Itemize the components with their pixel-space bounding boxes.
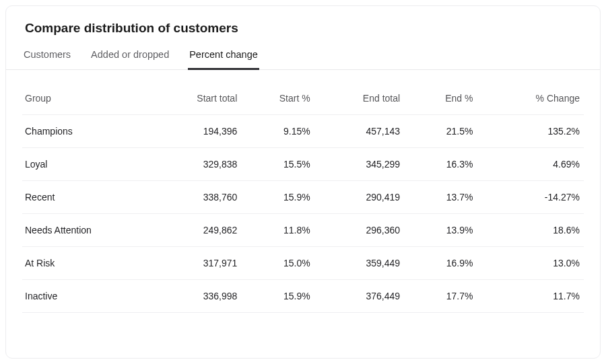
table-row: Champions194,3969.15%457,14321.5%135.2% — [22, 115, 584, 148]
table-row: Recent338,76015.9%290,41913.7%-14.27% — [22, 181, 584, 214]
distribution-card: Compare distribution of customers Custom… — [5, 5, 601, 359]
cell-start_pct: 15.9% — [241, 181, 314, 214]
col-change: % Change — [477, 82, 584, 115]
cell-end_total: 457,143 — [314, 115, 404, 148]
cell-start_pct: 9.15% — [241, 115, 314, 148]
col-start-total: Start total — [152, 82, 241, 115]
table-row: Loyal329,83815.5%345,29916.3%4.69% — [22, 148, 584, 181]
table-row: Inactive336,99815.9%376,44917.7%11.7% — [22, 280, 584, 313]
cell-end_total: 345,299 — [314, 148, 404, 181]
tab-percent-change[interactable]: Percent change — [188, 45, 259, 70]
cell-group: At Risk — [22, 247, 152, 280]
col-end-pct: End % — [404, 82, 477, 115]
cell-end_pct: 17.7% — [404, 280, 477, 313]
cell-start_total: 338,760 — [152, 181, 241, 214]
tabs: Customers Added or dropped Percent chang… — [6, 45, 600, 70]
cell-change: 18.6% — [477, 214, 584, 247]
cell-end_total: 290,419 — [314, 181, 404, 214]
cell-start_total: 317,971 — [152, 247, 241, 280]
col-end-total: End total — [314, 82, 404, 115]
cell-end_total: 359,449 — [314, 247, 404, 280]
cell-group: Needs Attention — [22, 214, 152, 247]
cell-start_pct: 11.8% — [241, 214, 314, 247]
cell-start_pct: 15.5% — [241, 148, 314, 181]
distribution-table: Group Start total Start % End total End … — [22, 82, 584, 313]
cell-change: 4.69% — [477, 148, 584, 181]
cell-group: Loyal — [22, 148, 152, 181]
table-header-row: Group Start total Start % End total End … — [22, 82, 584, 115]
cell-start_total: 249,862 — [152, 214, 241, 247]
cell-group: Recent — [22, 181, 152, 214]
page-title: Compare distribution of customers — [22, 21, 584, 36]
cell-change: 135.2% — [477, 115, 584, 148]
cell-end_total: 376,449 — [314, 280, 404, 313]
cell-start_pct: 15.0% — [241, 247, 314, 280]
cell-end_pct: 16.3% — [404, 148, 477, 181]
cell-start_total: 329,838 — [152, 148, 241, 181]
col-start-pct: Start % — [241, 82, 314, 115]
cell-end_pct: 16.9% — [404, 247, 477, 280]
cell-end_pct: 13.7% — [404, 181, 477, 214]
table-row: At Risk317,97115.0%359,44916.9%13.0% — [22, 247, 584, 280]
cell-change: -14.27% — [477, 181, 584, 214]
cell-group: Inactive — [22, 280, 152, 313]
cell-start_total: 336,998 — [152, 280, 241, 313]
tab-customers[interactable]: Customers — [22, 45, 72, 70]
cell-end_pct: 21.5% — [404, 115, 477, 148]
cell-group: Champions — [22, 115, 152, 148]
tab-added-or-dropped[interactable]: Added or dropped — [90, 45, 170, 70]
cell-start_total: 194,396 — [152, 115, 241, 148]
cell-end_total: 296,360 — [314, 214, 404, 247]
col-group: Group — [22, 82, 152, 115]
cell-change: 13.0% — [477, 247, 584, 280]
cell-start_pct: 15.9% — [241, 280, 314, 313]
table-row: Needs Attention249,86211.8%296,36013.9%1… — [22, 214, 584, 247]
cell-end_pct: 13.9% — [404, 214, 477, 247]
cell-change: 11.7% — [477, 280, 584, 313]
